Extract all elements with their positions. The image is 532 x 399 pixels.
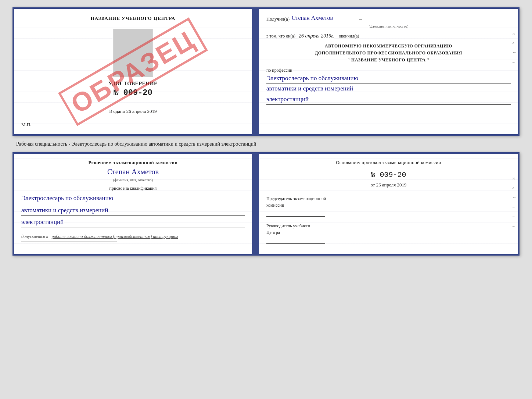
director-line2: Центра [266,230,280,235]
received-field-row: Получил(а) Степан Ахметов – [266,15,511,22]
in-that-section: в том, что он(а) 26 апреля 2019г. окончи… [266,32,511,40]
admit-prefix: допускается к [21,234,48,239]
chairman-title: Председатель экзаменационной комиссии [266,195,511,209]
director-block: Руководитель учебного Центра [266,222,511,244]
qual-line2: автоматики и средств измерений [21,206,245,216]
cert-mp: М.П. [21,122,245,128]
received-label: Получил(а) [266,16,290,22]
in-that-label: в том, что он(а) [266,33,295,39]
bottom-certificate-booklet: Решением экзаменационной комиссии Степан… [12,152,520,256]
booklet-spine [253,9,259,134]
profession-line1: Электрослесарь по обслуживанию [266,74,511,84]
protocol-number: № 009-20 [266,171,511,179]
org-line2: ДОПОЛНИТЕЛЬНОГО ПРОФЕССИОНАЛЬНОГО ОБРАЗО… [266,50,511,57]
top-right-page: Получил(а) Степан Ахметов – (фамилия, им… [259,9,518,134]
admit-signature-line [21,242,117,242]
chairman-line1: Председатель экзаменационной [266,196,326,201]
cert-number: № 009-20 [21,88,245,97]
director-title: Руководитель учебного Центра [266,222,511,236]
org-line3: " НАЗВАНИЕ УЧЕБНОГО ЦЕНТРА " [266,57,511,64]
assigned-label: присвоена квалификация [21,186,245,191]
protocol-date-prefix: от [370,182,375,188]
admit-text-block: допускается к работе согласно должностны… [21,234,245,239]
protocol-date: от 26 апреля 2019 [266,182,511,188]
chairman-block: Председатель экзаменационной комиссии [266,195,511,217]
person-fio-sub: (фамилия, имя, отчество) [21,178,245,182]
admit-value: работе согласно должностным (производств… [51,234,178,239]
protocol-date-value: 26 апреля 2019 [376,182,407,188]
commission-title: Решением экзаменационной комиссии [21,160,245,165]
qual-line1: Электрослесарь по обслуживанию [21,193,245,204]
completion-date: 26 апреля 2019г. [299,33,334,39]
profession-line2: автоматики и средств измерений [266,84,511,94]
right-bottom-decorations: и а ← – – – [513,176,517,228]
cert-issued: Выдано 26 апреля 2019 [21,108,245,114]
org-line1: АВТОНОМНУЮ НЕКОММЕРЧЕСКУЮ ОРГАНИЗАЦИЮ [266,43,511,50]
cert-school-title: НАЗВАНИЕ УЧЕБНОГО ЦЕНТРА [21,15,245,21]
issued-label: Выдано [109,108,125,114]
profession-label: по профессии [266,68,511,73]
page-wrapper: НАЗВАНИЕ УЧЕБНОГО ЦЕНТРА УДОСТОВЕРЕНИЕ №… [12,7,520,256]
cert-type-label: УДОСТОВЕРЕНИЕ [21,81,245,87]
director-line1: Руководитель учебного [266,223,310,228]
profession-line3: электростанций [266,95,511,105]
person-name: Степан Ахметов [21,168,245,177]
director-signature-line [266,237,325,244]
chairman-signature-line [266,210,325,217]
issued-date: 26 апреля 2019 [126,108,157,114]
right-side-decorations: и а ← – – [513,31,517,74]
received-name-value: Степан Ахметов [291,15,357,22]
org-block: АВТОНОМНУЮ НЕКОММЕРЧЕСКУЮ ОРГАНИЗАЦИЮ ДО… [266,43,511,64]
photo-placeholder [113,29,153,76]
description-text: Рабочая специальность - Электрослесарь п… [12,140,520,148]
received-dash: – [359,16,362,22]
completed-label: окончил(а) [339,33,359,39]
bottom-booklet-spine [253,154,259,254]
top-certificate-booklet: НАЗВАНИЕ УЧЕБНОГО ЦЕНТРА УДОСТОВЕРЕНИЕ №… [12,7,520,136]
basis-label: Основание: протокол экзаменационной коми… [266,160,511,165]
fio-sub-top: (фамилия, имя, отчество) [266,24,511,28]
qual-line3: электростанций [21,217,245,228]
chairman-line2: комиссии [266,203,284,208]
bottom-right-page: Основание: протокол экзаменационной коми… [259,154,518,254]
bottom-left-page: Решением экзаменационной комиссии Степан… [14,154,253,254]
top-left-page: НАЗВАНИЕ УЧЕБНОГО ЦЕНТРА УДОСТОВЕРЕНИЕ №… [14,9,253,134]
